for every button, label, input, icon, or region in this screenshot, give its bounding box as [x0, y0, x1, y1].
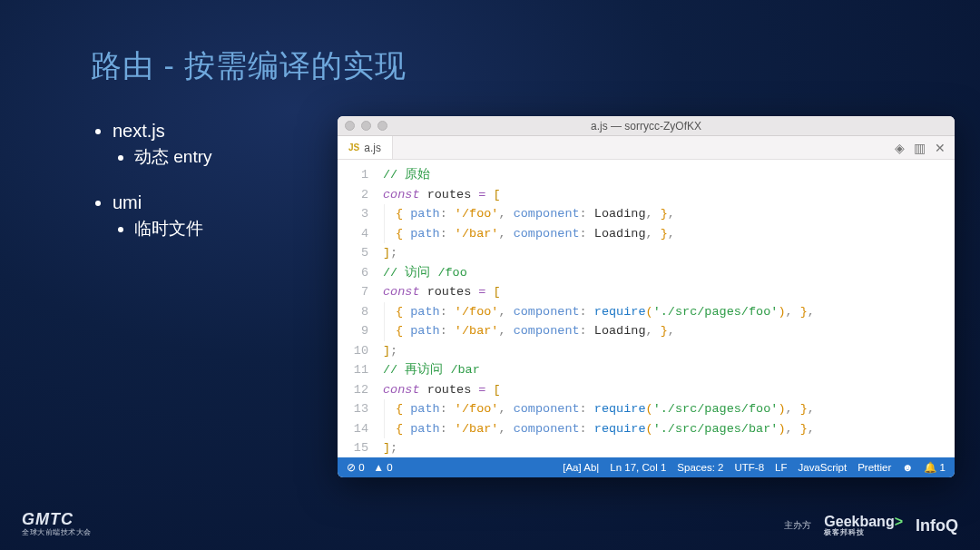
code-content[interactable]: // 原始const routes = [{ path: '/foo', com… — [377, 160, 955, 457]
slide-title: 路由 - 按需编译的实现 — [91, 45, 407, 87]
tab-filename: a.js — [364, 142, 381, 154]
status-spaces[interactable]: Spaces: 2 — [677, 462, 723, 473]
line-gutter: 123456789101112131415 — [338, 160, 377, 457]
warning-count[interactable]: ▲ 0 — [374, 462, 393, 473]
bell-icon[interactable]: 🔔 1 — [924, 461, 946, 474]
bullet-nextjs-child: 动态 entry — [134, 145, 212, 170]
status-eol[interactable]: LF — [775, 462, 787, 473]
logo-gmtc: GMTC 全球大前端技术大会 — [22, 510, 92, 537]
bullet-umi: umi 临时文件 — [113, 190, 212, 241]
window-titlebar[interactable]: a.js — sorrycc-ZyOfKX — [338, 116, 955, 136]
tab-bar[interactable]: JS a.js ◈ ▥ ✕ — [338, 136, 955, 160]
bullet-umi-child: 临时文件 — [134, 217, 212, 241]
tab-file[interactable]: JS a.js — [338, 136, 393, 159]
bullet-label: umi — [113, 192, 142, 212]
close-tab-icon[interactable]: ✕ — [935, 141, 946, 155]
status-encoding[interactable]: UTF-8 — [735, 462, 765, 473]
code-editor[interactable]: 123456789101112131415 // 原始const routes … — [338, 160, 955, 457]
status-cursor[interactable]: Ln 17, Col 1 — [610, 462, 666, 473]
js-badge-icon: JS — [348, 142, 359, 152]
status-formatter[interactable]: Prettier — [858, 462, 891, 473]
feedback-icon[interactable]: ☻ — [902, 462, 913, 473]
sponsor-label: 主办方 — [784, 519, 811, 532]
slide-bullets: next.js 动态 entry umi 临时文件 — [91, 118, 212, 260]
slide-footer: GMTC 全球大前端技术大会 主办方 Geekbang 极客邦科技 InfoQ — [0, 510, 980, 537]
status-language[interactable]: JavaScript — [799, 462, 848, 473]
logo-infoq: InfoQ — [916, 516, 958, 535]
status-search[interactable]: [Aa] Ab| — [563, 462, 599, 473]
editor-window: a.js — sorrycc-ZyOfKX JS a.js ◈ ▥ ✕ 1234… — [338, 116, 955, 477]
window-title: a.js — sorrycc-ZyOfKX — [338, 120, 955, 133]
panel-icon[interactable]: ▥ — [914, 141, 926, 155]
bullet-nextjs: next.js 动态 entry — [113, 118, 212, 170]
bullet-label: next.js — [113, 121, 165, 141]
error-count[interactable]: ⊘ 0 — [347, 461, 365, 474]
logo-geekbang: Geekbang 极客邦科技 — [824, 514, 903, 537]
status-bar[interactable]: ⊘ 0 ▲ 0 [Aa] Ab| Ln 17, Col 1 Spaces: 2 … — [338, 457, 955, 477]
diamond-icon[interactable]: ◈ — [895, 141, 905, 155]
